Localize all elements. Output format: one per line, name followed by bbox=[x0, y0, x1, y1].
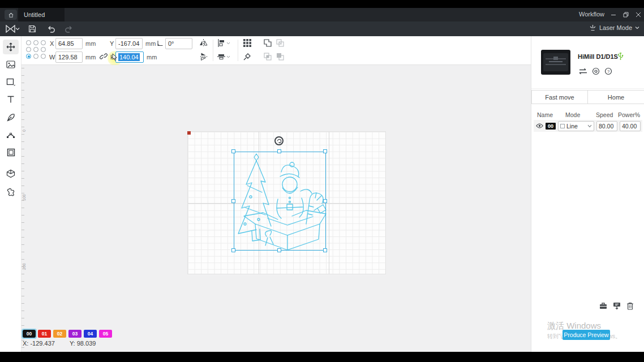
home-button[interactable] bbox=[5, 10, 17, 20]
shape-tool[interactable] bbox=[3, 75, 19, 89]
power-input[interactable] bbox=[620, 121, 641, 131]
workflow-menu[interactable]: Workflow bbox=[579, 11, 604, 18]
swatch-04[interactable]: 04 bbox=[84, 330, 97, 338]
x-input[interactable] bbox=[55, 38, 83, 49]
selection-handle-n[interactable] bbox=[277, 149, 281, 153]
anchor-middle-center[interactable] bbox=[33, 47, 38, 52]
move-tool[interactable] bbox=[3, 40, 19, 54]
toolbox-icon bbox=[599, 302, 607, 309]
node-edit-tool[interactable] bbox=[3, 127, 19, 142]
laser-mode-selector[interactable]: Laser Mode bbox=[589, 24, 639, 31]
document-tab[interactable]: Untitled bbox=[18, 8, 65, 21]
save-icon bbox=[28, 25, 36, 33]
minimize-button[interactable] bbox=[609, 10, 618, 19]
restore-button[interactable] bbox=[621, 10, 630, 19]
fast-move-button[interactable]: Fast move bbox=[531, 90, 588, 104]
align-vertical-button[interactable] bbox=[217, 53, 230, 61]
w-input[interactable] bbox=[55, 51, 83, 63]
image-icon bbox=[6, 61, 15, 68]
visibility-eye-icon[interactable] bbox=[536, 123, 543, 128]
selection-handle-se[interactable] bbox=[323, 248, 327, 252]
anchor-top-right[interactable] bbox=[41, 40, 46, 45]
boolean-intersect-button[interactable] bbox=[264, 53, 272, 61]
pen-tool[interactable] bbox=[3, 110, 19, 124]
pen-icon bbox=[7, 113, 15, 122]
selection-handle-s[interactable] bbox=[277, 248, 281, 252]
frame-icon bbox=[7, 148, 15, 157]
layer-row[interactable]: 00 Line bbox=[534, 120, 642, 132]
array-grid-button[interactable] bbox=[243, 39, 251, 47]
swatch-03[interactable]: 03 bbox=[68, 330, 81, 338]
flip-vertical-icon[interactable] bbox=[199, 53, 208, 61]
flip-horizontal-icon[interactable] bbox=[199, 39, 208, 47]
home-device-button[interactable]: Home bbox=[587, 90, 644, 104]
anchor-bottom-left[interactable] bbox=[26, 54, 31, 59]
selection-handle-nw[interactable] bbox=[231, 149, 235, 153]
node-edit-icon bbox=[6, 131, 15, 139]
anchor-bottom-center[interactable] bbox=[33, 54, 38, 59]
ruler-label: 100 bbox=[22, 194, 26, 201]
import-button[interactable] bbox=[613, 302, 621, 311]
w-label: W bbox=[49, 54, 55, 61]
w-unit: mm bbox=[85, 54, 96, 61]
close-button[interactable] bbox=[634, 10, 643, 19]
boolean-union-icon bbox=[264, 39, 272, 47]
anchor-bottom-right[interactable] bbox=[41, 54, 46, 59]
home-icon bbox=[8, 12, 14, 18]
swatch-02[interactable]: 02 bbox=[53, 330, 66, 338]
rotate-handle[interactable] bbox=[274, 136, 284, 145]
y-unit: mm bbox=[145, 40, 156, 47]
mode-select[interactable]: Line bbox=[558, 121, 594, 131]
speed-input[interactable] bbox=[596, 121, 617, 131]
align-horizontal-button[interactable] bbox=[217, 39, 230, 47]
boolean-exclude-button[interactable] bbox=[276, 53, 284, 61]
frame-tool[interactable] bbox=[3, 145, 19, 160]
redo-button[interactable] bbox=[64, 24, 72, 34]
anchor-top-center[interactable] bbox=[33, 40, 38, 45]
rotate-icon bbox=[277, 139, 282, 144]
swatch-01[interactable]: 01 bbox=[38, 330, 51, 338]
h-input[interactable]: 140.04 bbox=[115, 51, 144, 63]
chevron-down-icon bbox=[635, 26, 639, 29]
device-settings-button[interactable] bbox=[591, 67, 600, 75]
swatch-05[interactable]: 05 bbox=[99, 330, 112, 338]
array-grid-icon bbox=[243, 39, 251, 47]
selection-box[interactable] bbox=[234, 152, 326, 251]
material-library-button[interactable] bbox=[599, 302, 608, 311]
switch-device-button[interactable] bbox=[579, 67, 587, 75]
image-tool[interactable] bbox=[3, 57, 19, 72]
selection-handle-sw[interactable] bbox=[231, 248, 235, 252]
anchor-middle-left[interactable] bbox=[26, 47, 31, 52]
angle-input[interactable] bbox=[165, 38, 192, 49]
selection-handle-e[interactable] bbox=[323, 199, 327, 203]
puzzle-tool[interactable] bbox=[3, 184, 19, 199]
save-button[interactable] bbox=[28, 24, 36, 34]
column-power: Power% bbox=[618, 111, 640, 118]
selection-handle-w[interactable] bbox=[231, 199, 235, 203]
cube-tool[interactable] bbox=[3, 166, 19, 181]
boolean-subtract-button[interactable] bbox=[276, 39, 284, 47]
origin-marker bbox=[187, 131, 191, 135]
boolean-union-button[interactable] bbox=[264, 39, 272, 47]
delete-button[interactable] bbox=[626, 302, 635, 311]
app-menu-button[interactable] bbox=[6, 24, 20, 34]
lock-aspect-link-icon[interactable] bbox=[100, 53, 108, 60]
text-icon bbox=[7, 96, 15, 104]
selection-handle-ne[interactable] bbox=[323, 149, 327, 153]
swatch-00[interactable]: 00 bbox=[23, 330, 36, 338]
ruler-label: 0 bbox=[22, 130, 26, 132]
trace-button[interactable] bbox=[243, 53, 251, 61]
text-tool[interactable] bbox=[3, 92, 19, 107]
device-help-button[interactable]: ? bbox=[604, 67, 612, 75]
boolean-exclude-icon bbox=[276, 53, 284, 61]
import-board-icon bbox=[613, 302, 621, 309]
titlebar: Untitled Workflow bbox=[0, 8, 644, 21]
anchor-middle-right[interactable] bbox=[41, 47, 46, 52]
canvas[interactable]: 0 100 200 bbox=[22, 65, 531, 352]
h-unit: mm bbox=[147, 54, 157, 61]
anchor-top-left[interactable] bbox=[26, 40, 31, 45]
undo-button[interactable] bbox=[48, 24, 56, 34]
y-input[interactable] bbox=[115, 38, 143, 49]
produce-preview-button[interactable]: Produce Preview bbox=[563, 330, 610, 340]
minimize-icon bbox=[611, 12, 616, 18]
